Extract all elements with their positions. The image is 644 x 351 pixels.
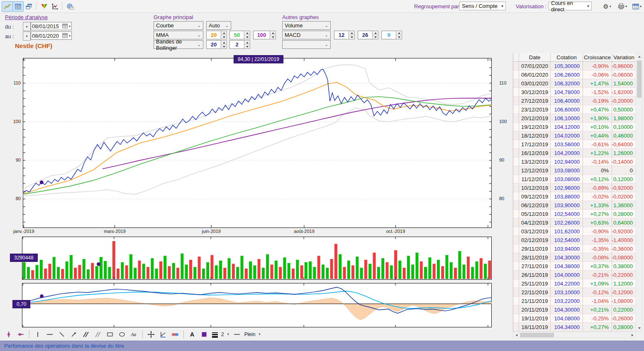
- table-row[interactable]: 07/01/2020105,30000-0,90%-0,96000: [513, 62, 636, 70]
- cascade-windows-button[interactable]: [23, 1, 34, 12]
- table-row[interactable]: 26/11/2019104,00000-0,21%-0,22000: [513, 271, 636, 279]
- horizontal-marker-tool[interactable]: [15, 329, 26, 339]
- table-row[interactable]: 16/12/2019104,20000+1,22%1,26000: [513, 149, 636, 157]
- header-croissance[interactable]: Croissance: [583, 53, 612, 62]
- table-row[interactable]: 09/12/2019103,88000-0,02%-0,02000: [513, 192, 636, 201]
- volume-chart[interactable]: [22, 237, 492, 280]
- font-color-tool[interactable]: A: [187, 329, 198, 339]
- spin-up-icon[interactable]: [270, 31, 276, 35]
- au-date-field[interactable]: 08/01/2020 ▾: [31, 31, 72, 40]
- table-row[interactable]: 23/12/2019106,60000+0,47%0,50000: [513, 105, 636, 114]
- table-row[interactable]: 03/12/2019101,62000-0,90%-0,92000: [513, 227, 636, 236]
- mma-period-3-stepper[interactable]: 100: [253, 31, 276, 39]
- line-width-tool[interactable]: [211, 329, 219, 339]
- table-vertical-scrollbar[interactable]: [636, 53, 642, 332]
- subchart2-select[interactable]: MACD⌄: [282, 31, 331, 39]
- mma-period-2-stepper[interactable]: 50: [229, 31, 250, 39]
- spin-up-icon[interactable]: [244, 41, 250, 44]
- table-row[interactable]: 11/12/2019103,08000+0,12%0,12000: [513, 175, 636, 184]
- selected-macd-marker[interactable]: [40, 294, 44, 298]
- table-row[interactable]: 22/11/2019103,10000-0,12%-0,12000: [513, 288, 636, 297]
- spin-down-icon[interactable]: [244, 44, 250, 48]
- chevron-down-icon[interactable]: ▾: [227, 332, 229, 336]
- table-row[interactable]: 20/11/2019104,30000+0,21%0,22000: [513, 305, 636, 314]
- header-date[interactable]: Date: [519, 53, 551, 62]
- spin-down-icon[interactable]: [396, 35, 402, 39]
- spin-down-icon[interactable]: [270, 35, 276, 39]
- table-horizontal-scrollbar[interactable]: [513, 332, 636, 338]
- macd-fast-stepper[interactable]: 12: [334, 31, 355, 39]
- macd-chart[interactable]: [22, 283, 492, 327]
- table-row[interactable]: 13/12/2019102,94000-0,14%-0,14000: [513, 157, 636, 166]
- du-preset-dropdown[interactable]: ▾: [23, 22, 31, 31]
- chevron-down-icon[interactable]: ▾: [259, 332, 260, 336]
- print-button[interactable]: ▾: [615, 1, 629, 12]
- table-row[interactable]: 18/11/2019104,34000+0,27%0,28000: [513, 323, 636, 332]
- spin-up-icon[interactable]: [221, 31, 227, 35]
- header-cotation[interactable]: Cotation: [551, 53, 583, 62]
- chart-view-button[interactable]: [2, 1, 13, 12]
- parallel-lines-tool[interactable]: [80, 329, 91, 339]
- settings-button[interactable]: ⚙▾: [600, 1, 614, 12]
- parallel-channel-tool[interactable]: [93, 329, 103, 339]
- vertical-marker-tool[interactable]: [3, 329, 14, 339]
- table-row[interactable]: 21/11/2019103,22000-1,04%-1,08000: [513, 297, 636, 305]
- chart-analysis-button[interactable]: [49, 1, 61, 12]
- table-row[interactable]: 06/01/2020106,26000-0,06%-0,06000: [513, 70, 636, 79]
- diagonal-line-tool[interactable]: [56, 329, 67, 339]
- table-row[interactable]: 03/01/2020106,32000+1,47%1,54000: [513, 79, 636, 88]
- rectangle-tool[interactable]: [105, 329, 115, 339]
- table-row[interactable]: 29/11/2019103,94000-0,35%-0,36000: [513, 244, 636, 253]
- highlight-tool[interactable]: [170, 329, 181, 339]
- filter-button[interactable]: [39, 1, 50, 12]
- line-style-tool[interactable]: [232, 329, 242, 339]
- spin-up-icon[interactable]: [349, 31, 354, 35]
- move-tool[interactable]: [146, 329, 156, 339]
- overlay2-select[interactable]: Bandes de Bollinger⌄: [154, 40, 203, 49]
- table-row[interactable]: 12/12/2019103,080000%0: [513, 166, 636, 175]
- table-row[interactable]: 20/12/2019106,10000+1,90%1,98000: [513, 114, 636, 123]
- annotation-chart-tool[interactable]: [158, 329, 168, 339]
- valorisation-select[interactable]: Cours en direct ▾: [549, 2, 592, 10]
- du-date-field[interactable]: 08/01/2015 ▾: [31, 22, 72, 30]
- spin-up-icon[interactable]: [373, 31, 378, 35]
- subchart1-select[interactable]: Volume⌄: [282, 21, 331, 30]
- spin-up-icon[interactable]: [396, 31, 402, 35]
- table-row[interactable]: 25/11/2019104,22000+1,09%1,12000: [513, 279, 636, 288]
- table-row[interactable]: 28/11/2019104,30000-0,08%-0,08000: [513, 253, 636, 262]
- scroll-left-icon[interactable]: [513, 332, 520, 338]
- table-row[interactable]: 30/12/2019104,78000-1,52%-1,62000: [513, 88, 636, 97]
- spin-down-icon[interactable]: [349, 35, 354, 39]
- spin-down-icon[interactable]: [244, 35, 250, 39]
- table-row[interactable]: 17/12/2019103,56000-0,61%-0,64000: [513, 140, 636, 149]
- ellipse-tool[interactable]: [117, 329, 127, 339]
- table-row[interactable]: 10/12/2019102,96000-0,89%-0,92000: [513, 184, 636, 192]
- vertical-line-tool[interactable]: [32, 329, 43, 339]
- table-row[interactable]: 27/12/2019106,40000-0,19%-0,20000: [513, 97, 636, 105]
- spin-up-icon[interactable]: [244, 31, 250, 35]
- main-price-chart[interactable]: [23, 58, 492, 228]
- scroll-down-icon[interactable]: [636, 325, 642, 331]
- fill-color-tool[interactable]: [199, 329, 210, 339]
- scrollbar-thumb[interactable]: [520, 333, 554, 337]
- table-row[interactable]: 19/12/2019104,12000+0,10%0,10000: [513, 123, 636, 131]
- table-row[interactable]: 18/12/2019104,02000+0,44%0,46000: [513, 131, 636, 140]
- table-row[interactable]: 05/12/2019102,54000+0,27%0,28000: [513, 210, 636, 218]
- table-row[interactable]: 02/12/2019102,54000-1,35%-1,40000: [513, 236, 636, 244]
- bollinger-deviation-stepper[interactable]: 2: [229, 40, 250, 49]
- table-row[interactable]: 06/12/2019103,90000+1,33%1,36000: [513, 201, 636, 210]
- trend-arrow-tool[interactable]: [68, 329, 79, 339]
- columns-button[interactable]: ▾: [630, 1, 644, 12]
- table-view-button[interactable]: [12, 1, 24, 12]
- header-variation[interactable]: Variation: [612, 53, 636, 62]
- bollinger-period-stepper[interactable]: 20: [206, 40, 227, 49]
- selected-volume-marker[interactable]: [97, 262, 100, 266]
- au-preset-dropdown[interactable]: ▾: [23, 31, 31, 41]
- spin-down-icon[interactable]: [373, 35, 378, 39]
- spin-down-icon[interactable]: [221, 35, 227, 39]
- selected-point-marker[interactable]: [40, 181, 44, 184]
- spin-down-icon[interactable]: [221, 44, 227, 48]
- table-row[interactable]: 19/11/2019104,08000-0,25%-0,26000: [513, 314, 636, 323]
- table-row[interactable]: 27/11/2019104,38000+0,37%0,38000: [513, 262, 636, 271]
- scale-mode-select[interactable]: Auto⌄: [206, 21, 231, 30]
